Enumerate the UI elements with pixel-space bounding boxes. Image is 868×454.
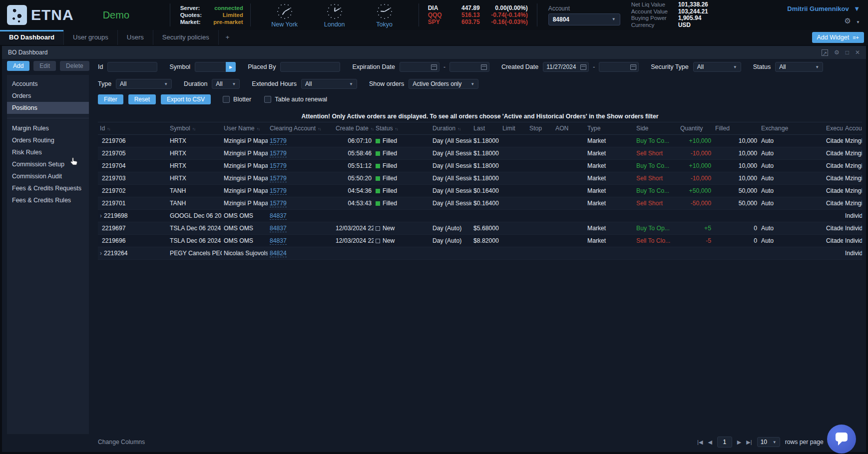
table-row[interactable]: 2219706 HRTX Mzingisi P Mapasa 15779 06:… (98, 135, 862, 147)
clearing-account-link[interactable]: 15779 (270, 175, 287, 182)
sidebar-item[interactable]: Commission Audit (7, 170, 89, 182)
auto-renewal-checkbox[interactable]: Table auto renewal (264, 96, 327, 103)
calendar-icon[interactable] (580, 64, 586, 70)
duration-filter-value: All (216, 80, 222, 87)
clearing-account-link[interactable]: 15779 (270, 150, 287, 157)
account-selector[interactable]: 84804 ▼ (548, 13, 620, 25)
column-header[interactable]: Exchange↑↓ (759, 122, 824, 135)
status-select[interactable]: All ▼ (775, 62, 823, 72)
table-row[interactable]: 2219704 HRTX Mzingisi P Mapasa 15779 05:… (98, 160, 862, 172)
panel-settings-gear-icon[interactable]: ⚙ (834, 49, 840, 56)
type-select[interactable]: All ▼ (116, 79, 172, 89)
sidebar-item[interactable]: Orders Routing (7, 134, 89, 146)
security-type-select[interactable]: All ▼ (693, 62, 741, 72)
column-header[interactable]: Limit↑↓ (500, 122, 527, 135)
table-row[interactable]: 2219701 TANH Mzingisi P Mapasa 15779 04:… (98, 197, 862, 210)
filter-button[interactable]: Filter (98, 94, 123, 104)
clearing-account-link[interactable]: 15779 (270, 200, 287, 207)
column-header[interactable]: AON↑↓ (553, 122, 585, 135)
clearing-account-link[interactable]: 84837 (270, 212, 287, 220)
edit-button[interactable]: Edit (33, 61, 56, 71)
symbol-search-button[interactable]: ▶ (226, 62, 236, 72)
extended-hours-select[interactable]: All ▼ (301, 79, 357, 89)
current-page[interactable]: 1 (717, 437, 732, 448)
clearing-account-link[interactable]: 15779 (270, 162, 287, 170)
blotter-checkbox[interactable]: Blotter (223, 96, 251, 103)
tab[interactable]: + (219, 30, 237, 45)
calendar-icon[interactable] (431, 64, 437, 70)
column-header[interactable]: Quantity↑↓ (678, 122, 713, 135)
id-filter-input[interactable] (107, 62, 157, 72)
show-orders-select[interactable]: Active Orders only ▼ (409, 79, 478, 89)
clock-city-label: New York (271, 21, 299, 28)
cell-duration: Day (Auto) (431, 222, 471, 235)
sidebar-item[interactable]: Commission Setup (7, 158, 89, 170)
cell-filled (713, 210, 759, 222)
table-row[interactable]: 2219705 HRTX Mzingisi P Mapasa 15779 05:… (98, 147, 862, 160)
table-row[interactable]: 2219703 HRTX Mzingisi P Mapasa 15779 05:… (98, 172, 862, 185)
column-header[interactable]: Id↑↓ (98, 122, 168, 135)
sidebar-item[interactable]: Fees & Credits Requests (7, 182, 89, 194)
add-widget-button[interactable]: Add Widget ≡+ (812, 32, 864, 43)
table-row[interactable]: ›2219698 GOOGL Dec 06 2024 W ... OMS OMS… (98, 210, 862, 222)
export-button-wrap: Export to CSV (161, 94, 211, 104)
column-header[interactable]: Stop↑↓ (527, 122, 553, 135)
column-header[interactable]: Execution Venue↑↓ (824, 122, 843, 135)
sidebar-item[interactable]: Fees & Credits Rules (7, 194, 89, 206)
tab[interactable]: Users (118, 30, 153, 45)
cell-clearing-account: 84837 (268, 235, 334, 247)
reset-button-wrap: Reset (128, 94, 156, 104)
column-header[interactable]: Clearing Account↑↓ (268, 122, 334, 135)
first-page-button[interactable]: |◀ (697, 439, 703, 446)
table-row[interactable]: 2219696 TSLA Dec 06 2024 W 34... OMS OMS… (98, 235, 862, 247)
export-csv-button[interactable]: Export to CSV (161, 94, 211, 104)
table-row[interactable]: 2219697 TSLA Dec 06 2024 W 35... OMS OMS… (98, 222, 862, 235)
table-row[interactable]: ›2219264 PEGY Cancels PEGY Nicolas Sujov… (98, 247, 862, 260)
delete-button[interactable]: Delete (60, 61, 89, 71)
next-page-button[interactable]: ▶ (737, 439, 741, 446)
clearing-account-link[interactable]: 84837 (270, 225, 287, 232)
clearing-account-link[interactable]: 15779 (270, 187, 287, 195)
maximize-icon[interactable]: □ (846, 49, 849, 56)
user-menu-trigger[interactable]: Dmitrii Gumennikov ▼ (787, 5, 860, 12)
clearing-account-link[interactable]: 15779 (270, 137, 287, 145)
sidebar-item[interactable]: Orders (7, 90, 89, 102)
popout-icon[interactable]: ↗ (822, 49, 828, 56)
tab[interactable]: User groups (64, 30, 118, 45)
column-header[interactable]: Account Name↑↓ (843, 122, 862, 135)
tab[interactable]: BO Dashboard (0, 30, 64, 45)
column-header[interactable]: Status↑↓ (374, 122, 431, 135)
change-columns-button[interactable]: Change Columns (98, 439, 145, 446)
prev-page-button[interactable]: ◀ (708, 439, 712, 446)
page-size-select[interactable]: 10 ▼ (757, 437, 780, 447)
calendar-icon[interactable] (481, 64, 487, 70)
clearing-account-link[interactable]: 84837 (270, 237, 287, 245)
side-text: Buy To Co... (636, 162, 669, 169)
column-header[interactable]: Type↑↓ (585, 122, 634, 135)
symbol-filter-input[interactable] (195, 62, 227, 72)
column-header[interactable]: Create Date↑↓ (334, 122, 374, 135)
column-header[interactable]: Symbol↑↓ (168, 122, 222, 135)
sidebar-item[interactable]: Accounts (7, 78, 89, 90)
placed-by-input[interactable] (280, 62, 340, 72)
settings-menu-trigger[interactable]: ⚙ ▼ (787, 16, 860, 25)
column-header[interactable]: Duration↑↓ (431, 122, 471, 135)
calendar-icon[interactable] (630, 64, 636, 70)
duration-select[interactable]: All ▼ (212, 79, 240, 89)
sidebar-item[interactable]: Risk Rules (7, 146, 89, 158)
clearing-account-link[interactable]: 84824 (270, 250, 287, 257)
column-header[interactable]: Filled↑↓ (713, 122, 759, 135)
reset-button[interactable]: Reset (128, 94, 156, 104)
column-header[interactable]: User Name↑↓ (222, 122, 268, 135)
last-page-button[interactable]: ▶| (746, 439, 752, 446)
close-icon[interactable]: ✕ (855, 49, 860, 56)
type-filter: Type All ▼ (98, 79, 172, 89)
sidebar-item[interactable]: Positions (7, 102, 89, 114)
sidebar-item[interactable]: Margin Rules (7, 122, 89, 134)
tab[interactable]: Security policies (153, 30, 219, 45)
add-button[interactable]: Add (7, 61, 29, 71)
column-header[interactable]: Side↑↓ (634, 122, 678, 135)
chat-bubble-button[interactable] (827, 425, 856, 454)
column-header[interactable]: Last↑↓ (471, 122, 500, 135)
table-row[interactable]: 2219702 TANH Mzingisi P Mapasa 15779 04:… (98, 185, 862, 197)
